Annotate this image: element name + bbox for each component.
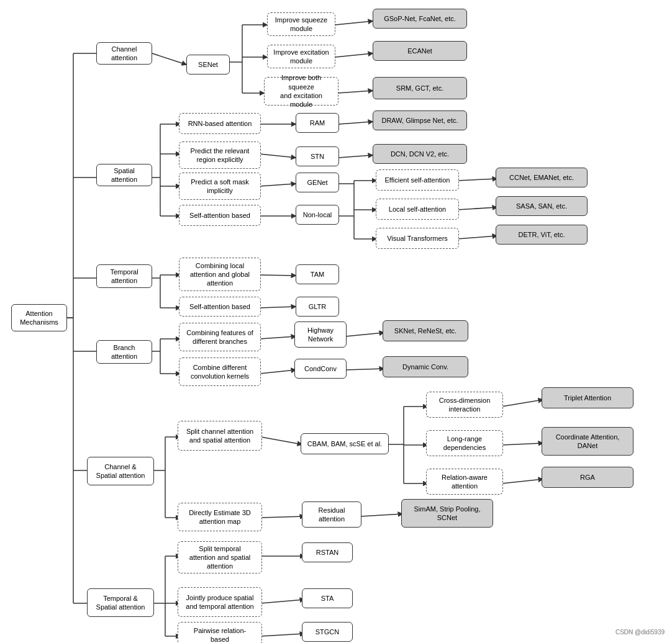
spatial-attention-node: Spatial attention (96, 164, 152, 186)
svg-line-51 (345, 333, 384, 336)
svg-line-28 (339, 122, 373, 124)
gsop-node: GSoP-Net, FcaNet, etc. (373, 9, 467, 29)
long-range-node: Long-rangedependencies (426, 430, 503, 456)
rnn-based-node: RNN-based attention (179, 113, 261, 134)
branch-attention-node: Branch attention (96, 340, 152, 364)
svg-line-26 (260, 184, 296, 186)
visual-trans-node: Visual Transformers (376, 228, 459, 249)
rga-node: RGA (542, 467, 633, 488)
svg-line-64 (502, 443, 543, 445)
ecanet-node: ECANet (373, 41, 467, 61)
sknet-node: SKNet, ReNeSt, etc. (383, 320, 468, 341)
improve-excitation-node: Improve excitationmodule (267, 45, 335, 68)
jointly-sp-temp-node: Jointly produce spatialand temporal atte… (178, 587, 262, 617)
draw-node: DRAW, Glimpse Net, etc. (373, 110, 467, 130)
genet-node: GENet (296, 173, 339, 192)
split-ch-sp-node: Split channel attentionand spatial atten… (178, 421, 262, 451)
svg-line-17 (337, 91, 373, 93)
simam-node: SimAM, Strip Pooling,SCNet (401, 499, 493, 528)
improve-both-node: Improve both squeezeand excitation modul… (264, 77, 338, 106)
senet-node: SENet (186, 55, 230, 74)
srm-node: SRM, GCT, etc. (373, 77, 467, 99)
condconv-node: CondConv (294, 359, 347, 379)
improve-squeeze-node: Improve squeezemodule (267, 12, 335, 36)
svg-line-15 (335, 21, 373, 25)
pairwise-node: Pairwise relation-based (178, 622, 262, 643)
svg-line-75 (261, 634, 304, 636)
nonlocal-node: Non-local (296, 205, 339, 225)
rstan-node: RSTAN (302, 542, 353, 562)
predict-region-node: Predict the relevantregion explicitly (179, 142, 261, 169)
svg-line-25 (260, 154, 296, 158)
self-attn-spatial-node: Self-attention based (179, 205, 261, 226)
cbam-node: CBAM, BAM, scSE et al. (301, 433, 389, 454)
root-node: Attention Mechanisms (11, 304, 67, 331)
dcn-node: DCN, DCN V2, etc. (373, 144, 467, 164)
combining-feat-node: Combining features ofdifferent branches (179, 323, 261, 351)
diagram-container: Attention Mechanisms Channelattention SE… (0, 0, 672, 643)
svg-line-44 (260, 307, 296, 308)
tam-node: TAM (296, 264, 339, 284)
watermark-text: CSDN @didi5939 (615, 629, 665, 636)
svg-line-16 (335, 53, 373, 57)
svg-line-29 (339, 155, 373, 158)
temporal-attention-node: Temporalattention (96, 264, 152, 288)
self-attn-temp-node: Self-attention based (179, 297, 261, 317)
stn-node: STN (296, 146, 339, 166)
dynamic-conv-node: Dynamic Conv. (383, 356, 468, 377)
sasa-node: SASA, SAN, etc. (496, 196, 588, 216)
triplet-node: Triplet Attention (542, 387, 633, 408)
split-temp-sp-node: Split temporalattention and spatialatten… (178, 541, 262, 573)
residual-attn-node: Residualattention (302, 501, 361, 528)
local-self-node: Local self-attention (376, 199, 459, 220)
channel-spatial-node: Channel &Spatial attention (87, 457, 154, 485)
cross-dim-node: Cross-dimensioninteraction (426, 392, 503, 418)
svg-line-9 (152, 53, 186, 65)
combining-local-node: Combining localattention and globalatten… (179, 258, 261, 291)
svg-line-63 (502, 400, 543, 407)
svg-line-50 (260, 370, 296, 374)
relation-aware-node: Relation-awareattention (426, 469, 503, 495)
ccnet-node: CCNet, EMANet, etc. (496, 168, 588, 187)
svg-line-36 (457, 179, 497, 181)
svg-line-37 (457, 207, 497, 210)
temporal-spatial-node: Temporal &Spatial attention (87, 588, 154, 617)
highway-node: HighwayNetwork (294, 322, 347, 348)
svg-line-52 (345, 369, 384, 370)
svg-line-38 (457, 236, 497, 239)
predict-soft-node: Predict a soft maskimplicitly (179, 173, 261, 200)
directly-3d-node: Directly Estimate 3Dattention map (178, 503, 262, 531)
svg-line-57 (261, 437, 302, 444)
coord-attn-node: Coordinate Attention,DANet (542, 427, 633, 456)
svg-line-74 (261, 600, 304, 603)
stgcn-node: STGCN (302, 622, 353, 642)
svg-line-65 (502, 479, 543, 483)
svg-line-67 (360, 514, 402, 516)
detr-node: DETR, ViT, etc. (496, 225, 588, 245)
channel-attention-node: Channelattention (96, 42, 152, 65)
svg-line-49 (260, 336, 296, 339)
svg-line-66 (261, 516, 304, 518)
efficient-self-node: Efficient self-attention (376, 169, 459, 191)
svg-line-43 (260, 275, 296, 276)
gltr-node: GLTR (296, 297, 339, 317)
ram-node: RAM (296, 113, 339, 133)
combine-conv-node: Combine differentconvolution kernels (179, 357, 261, 386)
sta-node: STA (302, 588, 353, 608)
